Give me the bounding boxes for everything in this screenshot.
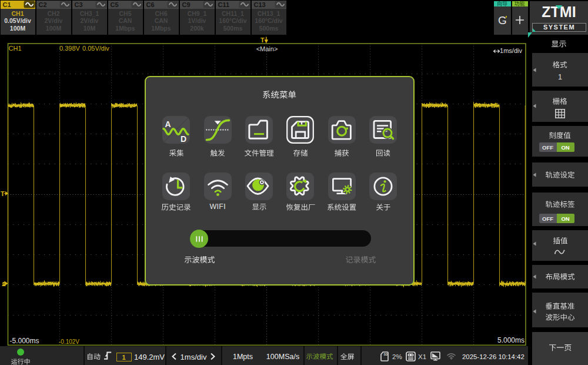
svg-text:A: A: [165, 119, 171, 128]
svg-text:SD: SD: [384, 353, 388, 356]
svg-text:D: D: [181, 134, 186, 143]
svg-text:T: T: [260, 36, 265, 44]
svg-text:T: T: [1, 190, 5, 197]
